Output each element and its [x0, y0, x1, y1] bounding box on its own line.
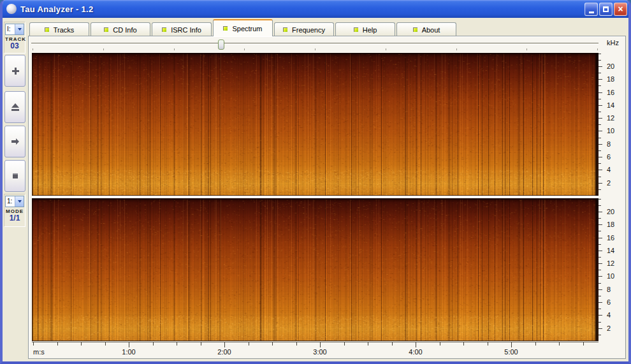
- freq-tick: [598, 85, 601, 86]
- minimize-button[interactable]: [584, 3, 598, 16]
- freq-tick: [598, 79, 602, 80]
- title-bar[interactable]: Tau Analyzer - 1.2 ×: [0, 0, 631, 18]
- time-tick: [463, 342, 464, 346]
- maximize-button[interactable]: [599, 3, 613, 16]
- eject-button[interactable]: [4, 91, 25, 123]
- freq-tick: [598, 315, 602, 316]
- freq-tick: [598, 296, 601, 296]
- tab-help[interactable]: Help: [335, 22, 395, 36]
- freq-tick: [598, 289, 602, 290]
- tab-strip: Tracks CD Info ISRC Info Spectrum Freque…: [29, 19, 456, 36]
- freq-tick: [598, 270, 601, 270]
- freq-tick-label: 16: [607, 233, 622, 242]
- time-tick-label: 4:00: [403, 348, 428, 356]
- freq-tick-label: 18: [607, 220, 622, 229]
- freq-tick: [598, 99, 601, 99]
- stop-button[interactable]: [4, 160, 25, 192]
- tab-tracks[interactable]: Tracks: [29, 22, 89, 36]
- flag-icon: [354, 27, 358, 32]
- freq-tick-label: 20: [607, 207, 622, 216]
- freq-tick-label: 16: [607, 88, 622, 97]
- tab-label: About: [422, 26, 440, 34]
- mode-select-value: 1:: [6, 196, 15, 207]
- tab-about[interactable]: About: [396, 22, 456, 36]
- arrow-right-button[interactable]: [4, 126, 25, 157]
- time-tick: [272, 342, 273, 346]
- flag-icon: [104, 27, 108, 32]
- track-group: I: TRACK 03: [4, 22, 25, 54]
- time-tick: [177, 342, 177, 346]
- freq-tick-label: 2: [607, 178, 622, 187]
- plus-button[interactable]: [4, 55, 25, 87]
- slider-thumb[interactable]: [218, 40, 224, 50]
- freq-tick: [598, 283, 601, 284]
- freq-tick: [598, 131, 602, 131]
- freq-tick-label: 14: [607, 101, 622, 110]
- time-tick-label: 1:00: [116, 348, 141, 356]
- freq-tick: [598, 124, 601, 125]
- freq-tick: [598, 328, 602, 329]
- freq-tick: [598, 335, 601, 335]
- window-title: Tau Analyzer - 1.2: [20, 4, 94, 14]
- freq-tick-label: 6: [607, 152, 622, 161]
- freq-tick: [598, 231, 601, 231]
- freq-tick-label: 8: [607, 285, 622, 294]
- time-tick: [224, 342, 225, 347]
- slider-tick: [526, 48, 527, 50]
- time-tick: [511, 342, 512, 347]
- time-tick: [535, 342, 536, 346]
- track-number: 03: [5, 42, 24, 50]
- drive-select-dropdown-button[interactable]: [15, 24, 24, 34]
- freq-tick-label: 10: [607, 272, 622, 280]
- freq-tick-label: 14: [607, 246, 622, 255]
- drive-select-value: I:: [6, 24, 15, 34]
- freq-tick: [598, 251, 602, 251]
- tab-label: Tracks: [54, 26, 75, 34]
- time-tick: [81, 342, 82, 346]
- slider-track[interactable]: [31, 43, 598, 45]
- mode-select[interactable]: 1:: [5, 196, 24, 207]
- freq-tick-label: 2: [607, 324, 622, 333]
- time-tick: [440, 342, 440, 346]
- tab-spectrum[interactable]: Spectrum: [213, 19, 273, 36]
- tab-label: CD Info: [113, 26, 136, 34]
- time-tick-label: 3:00: [307, 348, 333, 356]
- freq-tick: [598, 263, 602, 264]
- freq-tick-label: 10: [607, 126, 622, 135]
- tab-frequency[interactable]: Frequency: [274, 22, 334, 36]
- freq-tick: [598, 183, 602, 184]
- plus-icon: [11, 66, 20, 75]
- eject-icon: [11, 103, 20, 112]
- spectrum-panel: kHz 24681012141618202468101214161820 m:s…: [28, 36, 626, 359]
- freq-tick: [598, 309, 601, 309]
- freq-tick-label: 18: [607, 75, 622, 84]
- tab-label: Spectrum: [232, 25, 262, 33]
- slider-tick: [597, 48, 598, 50]
- drive-select[interactable]: I:: [5, 24, 24, 35]
- position-slider: [30, 38, 601, 52]
- sidebar: I: TRACK 03: [3, 18, 28, 361]
- time-tick: [105, 342, 106, 346]
- flag-icon: [413, 27, 417, 32]
- freq-tick: [598, 189, 601, 190]
- time-tick: [129, 342, 129, 347]
- tab-cd-info[interactable]: CD Info: [91, 22, 150, 36]
- close-button[interactable]: ×: [614, 3, 627, 16]
- flag-icon: [283, 27, 287, 32]
- tab-isrc-info[interactable]: ISRC Info: [152, 22, 212, 36]
- maximize-icon: [603, 6, 609, 12]
- tab-label: Frequency: [292, 26, 325, 34]
- freq-tick: [598, 105, 602, 106]
- app-icon: [6, 4, 17, 14]
- freq-tick: [598, 244, 601, 245]
- time-tick: [583, 342, 584, 346]
- time-tick: [249, 342, 249, 346]
- app-window: Tau Analyzer - 1.2 × I: TRACK 03: [0, 0, 631, 364]
- freq-tick: [598, 199, 601, 200]
- tab-label: ISRC Info: [171, 26, 201, 34]
- freq-tick: [598, 177, 601, 177]
- slider-tick: [386, 48, 386, 50]
- freq-tick: [598, 144, 602, 145]
- mode-select-dropdown-button[interactable]: [15, 196, 24, 207]
- freq-tick: [598, 276, 602, 277]
